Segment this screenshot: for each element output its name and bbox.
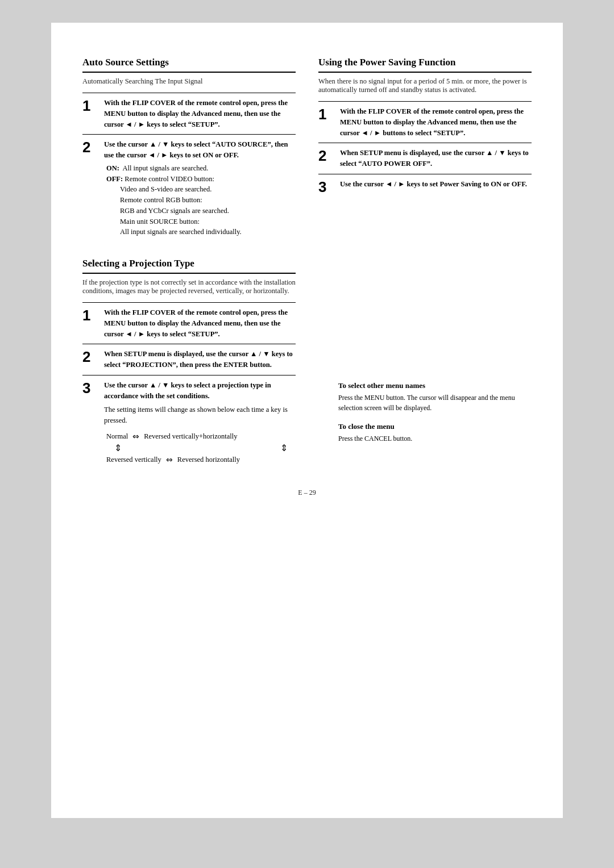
auto-source-subtitle: Automatically Searching The Input Signal	[82, 77, 296, 86]
proj-step-3-extra: The setting items will change as shown b…	[104, 404, 296, 426]
projection-section: Selecting a Projection Type If the proje…	[82, 258, 296, 471]
auto-source-section: Auto Source Settings Automatically Searc…	[82, 57, 296, 242]
power-step-num-1: 1	[318, 106, 334, 123]
projection-step-2: 2 When SETUP menu is displayed, use the …	[82, 344, 296, 375]
step-1-text: With the FLIP COVER of the remote contro…	[104, 99, 288, 128]
diagram-reversed-h: Reversed horizontally	[177, 453, 240, 466]
power-step-2-text: When SETUP menu is displayed, use the cu…	[340, 149, 529, 168]
select-menu-note-text: Press the MENU button. The cursor will d…	[338, 393, 532, 413]
sub-item-source: All input signals are searched individua…	[120, 227, 296, 237]
diagram-row-1: Normal ⇔ Reversed vertically+horizontall…	[106, 429, 296, 444]
power-saving-steps: 1 With the FLIP COVER of the remote cont…	[318, 101, 532, 199]
projection-title: Selecting a Projection Type	[82, 258, 296, 274]
power-step-2: 2 When SETUP menu is displayed, use the …	[318, 143, 532, 174]
auto-source-step-1: 1 With the FLIP COVER of the remote cont…	[82, 93, 296, 134]
right-column: Using the Power Saving Function When the…	[318, 57, 532, 471]
proj-step-2-content: When SETUP menu is displayed, use the cu…	[104, 349, 296, 370]
step-2-content: Use the cursor ▲ / ▼ keys to select “AUT…	[104, 139, 296, 237]
close-menu-note-text: Press the CANCEL button.	[338, 433, 532, 444]
projection-step-3: 3 Use the cursor ▲ / ▼ keys to select a …	[82, 375, 296, 471]
select-menu-note: To select other menu names Press the MEN…	[338, 381, 532, 413]
proj-step-1-text: With the FLIP COVER of the remote contro…	[104, 308, 288, 338]
power-step-2-content: When SETUP menu is displayed, use the cu…	[340, 148, 532, 169]
diagram-reversed-v: Reversed vertically	[106, 453, 161, 466]
step-number-2: 2	[82, 139, 98, 156]
sub-item-rgb: RGB and YCbCr signals are searched.	[120, 206, 296, 216]
power-step-3-text: Use the cursor ◄ / ► keys to set Power S…	[340, 180, 527, 188]
auto-source-steps: 1 With the FLIP COVER of the remote cont…	[82, 93, 296, 242]
diagram-arrow-3: ⇔	[166, 453, 173, 467]
step-2-sublist: ON: All input signals are searched. OFF:…	[106, 163, 296, 237]
step-2-text: Use the cursor ▲ / ▼ keys to select “AUT…	[104, 140, 288, 159]
projection-subtitle: If the projection type is not correctly …	[82, 278, 296, 295]
auto-source-title: Auto Source Settings	[82, 57, 296, 73]
power-step-1-text: With the FLIP COVER of the remote contro…	[340, 107, 524, 137]
left-column: Auto Source Settings Automatically Searc…	[82, 57, 296, 471]
select-menu-note-title: To select other menu names	[338, 381, 532, 390]
sub-item-off: OFF: Remote control VIDEO button:	[106, 174, 296, 185]
proj-step-1-content: With the FLIP COVER of the remote contro…	[104, 307, 296, 339]
proj-step-2-text: When SETUP menu is displayed, use the cu…	[104, 350, 293, 369]
note-group: To select other menu names Press the MEN…	[338, 381, 532, 444]
power-step-1-content: With the FLIP COVER of the remote contro…	[340, 106, 532, 138]
diagram-arrow-down-left: ⇕	[106, 444, 122, 453]
projection-diagram: Normal ⇔ Reversed vertically+horizontall…	[106, 429, 296, 467]
close-menu-note-title: To close the menu	[338, 422, 532, 431]
proj-step-num-3: 3	[82, 380, 98, 397]
power-step-3-content: Use the cursor ◄ / ► keys to set Power S…	[340, 179, 532, 190]
power-step-num-3: 3	[318, 179, 334, 195]
power-step-num-2: 2	[318, 148, 334, 164]
diagram-row-2: ⇕ ⇕	[106, 444, 296, 453]
power-step-1: 1 With the FLIP COVER of the remote cont…	[318, 101, 532, 143]
power-saving-title: Using the Power Saving Function	[318, 57, 532, 73]
diagram-normal: Normal	[106, 430, 128, 443]
proj-step-num-2: 2	[82, 349, 98, 365]
power-step-3: 3 Use the cursor ◄ / ► keys to set Power…	[318, 174, 532, 200]
projection-step-1: 1 With the FLIP COVER of the remote cont…	[82, 302, 296, 344]
proj-step-3-text: Use the cursor ▲ / ▼ keys to select a pr…	[104, 381, 271, 400]
close-menu-note: To close the menu Press the CANCEL butto…	[338, 422, 532, 444]
sub-item-on: ON: All input signals are searched.	[106, 163, 296, 174]
notes-block: To select other menu names Press the MEN…	[318, 381, 532, 444]
page: Auto Source Settings Automatically Searc…	[51, 23, 563, 818]
step-1-content: With the FLIP COVER of the remote contro…	[104, 98, 296, 130]
diagram-row-3: Reversed vertically ⇔ Reversed horizonta…	[106, 453, 296, 467]
projection-steps: 1 With the FLIP COVER of the remote cont…	[82, 302, 296, 471]
sub-item-video: Video and S-video are searched.	[120, 184, 296, 195]
power-saving-subtitle: When there is no signal input for a peri…	[318, 77, 532, 94]
proj-step-3-content: Use the cursor ▲ / ▼ keys to select a pr…	[104, 380, 296, 467]
sub-item-source-label: Main unit SOURCE button:	[120, 216, 296, 227]
auto-source-step-2: 2 Use the cursor ▲ / ▼ keys to select “A…	[82, 134, 296, 242]
diagram-arrow-1: ⇔	[132, 429, 139, 444]
sub-item-rgb-label: Remote control RGB button:	[120, 195, 296, 206]
proj-step-num-1: 1	[82, 307, 98, 324]
diagram-arrow-down-right: ⇕	[280, 444, 296, 453]
diagram-reversed-vh: Reversed vertically+horizontally	[144, 430, 237, 443]
step-number-1: 1	[82, 98, 98, 114]
page-footer: E – 29	[82, 489, 532, 497]
power-saving-section: Using the Power Saving Function When the…	[318, 57, 532, 199]
